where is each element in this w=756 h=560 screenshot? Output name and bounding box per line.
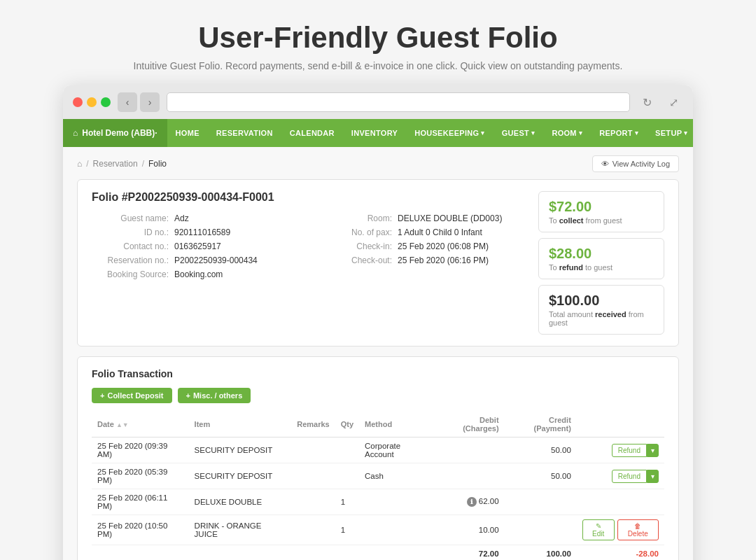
nav-room[interactable]: ROOM▾ (543, 119, 591, 147)
minimize-traffic-light[interactable] (87, 97, 97, 107)
nav-setup[interactable]: SETUP▾ (647, 119, 693, 147)
guest-name-value: Adz (174, 214, 189, 223)
row3-item: DELUXE DOUBLE (189, 489, 292, 515)
nav-reservation[interactable]: RESERVATION (208, 119, 281, 147)
row1-method: Corporate Account (359, 438, 436, 463)
row2-refund-button[interactable]: Refund (612, 470, 647, 483)
breadcrumb-reservation[interactable]: Reservation (93, 159, 138, 169)
booking-value: Booking.com (174, 270, 223, 279)
totals-row: 72.00 100.00 -28.00 (92, 545, 664, 561)
transaction-card: Folio Transaction + Collect Deposit + Mi… (77, 356, 679, 560)
home-icon: ⌂ (73, 128, 78, 138)
housekeeping-caret: ▾ (481, 130, 484, 136)
row2-item: SECURITY DEPOSIT (189, 463, 292, 489)
row3-debit: ℹ 62.00 (436, 489, 504, 515)
row1-refund-caret-button[interactable]: ▾ (647, 444, 659, 457)
forward-button[interactable]: › (140, 92, 160, 112)
pax-value: 1 Adult 0 Child 0 Infant (398, 227, 482, 237)
col-credit: Credit (Payment) (505, 412, 577, 438)
folio-info: Folio #P2002250939-000434-F0001 Guest na… (92, 191, 524, 335)
table-row: 25 Feb 2020 (10:50 PM) DRINK - ORANGE JU… (92, 515, 664, 545)
row1-qty (335, 438, 359, 463)
breadcrumb-sep1: / (86, 159, 88, 169)
checkin-value: 25 Feb 2020 (06:08 PM) (398, 241, 489, 251)
nav-calendar[interactable]: CALENDAR (281, 119, 343, 147)
close-traffic-light[interactable] (73, 97, 83, 107)
row1-credit: 50.00 (505, 438, 577, 463)
collect-deposit-button[interactable]: + Collect Deposit (92, 388, 172, 403)
fullscreen-traffic-light[interactable] (101, 97, 111, 107)
col-action (577, 412, 664, 438)
nav-report[interactable]: REPORT▾ (591, 119, 647, 147)
reservation-row: Reservation no.: P2002250939-000434 (92, 255, 301, 265)
row3-method (359, 489, 436, 515)
row1-refund-button[interactable]: Refund (612, 444, 647, 457)
guest-name-label: Guest name: (92, 214, 169, 223)
row4-delete-button[interactable]: 🗑 Delete (617, 519, 659, 540)
collect-deposit-label: Collect Deposit (107, 391, 163, 400)
browser-nav: ‹ › (118, 92, 160, 112)
refund-amount: $28.00 (549, 246, 654, 262)
nav-guest[interactable]: GUEST▾ (493, 119, 544, 147)
folio-number: Folio #P2002250939-000434-F0001 (92, 191, 524, 204)
contact-label: Contact no.: (92, 241, 169, 251)
row4-edit-button[interactable]: ✎ Edit (582, 519, 615, 540)
address-bar[interactable] (167, 92, 630, 112)
room-row: Room: DELUXE DOUBLE (DD003) (315, 214, 524, 223)
row2-credit: 50.00 (505, 463, 577, 489)
info-icon[interactable]: ℹ (467, 497, 477, 507)
guest-caret: ▾ (531, 130, 535, 136)
reservation-value: P2002250939-000434 (174, 255, 258, 265)
collect-plus-icon: + (100, 391, 104, 400)
pax-label: No. of pax: (315, 227, 392, 237)
collect-summary-box: $72.00 To collect from guest (538, 191, 664, 232)
row4-remarks (291, 515, 335, 545)
collect-label: To collect from guest (549, 216, 654, 225)
date-sort-icon: ▲▼ (116, 421, 129, 428)
row4-method (359, 515, 436, 545)
refresh-button[interactable]: ↻ (637, 92, 657, 112)
booking-row: Booking Source: Booking.com (92, 270, 301, 279)
app-navbar: ⌂ Hotel Demo (ABB)· HOME RESERVATION CAL… (63, 119, 693, 147)
checkout-row: Check-out: 25 Feb 2020 (06:16 PM) (315, 255, 524, 265)
report-caret: ▾ (635, 130, 638, 136)
id-label: ID no.: (92, 227, 169, 237)
col-date[interactable]: Date ▲▼ (92, 412, 189, 438)
folio-table: Date ▲▼ Item Remarks Qty Method Debit (C… (92, 412, 664, 560)
row1-action: Refund ▾ (577, 438, 664, 463)
row3-credit (505, 489, 577, 515)
nav-home[interactable]: HOME (167, 119, 208, 147)
received-label: Total amount received from guest (549, 310, 654, 327)
contact-row: Contact no.: 0163625917 (92, 241, 301, 251)
reservation-label: Reservation no.: (92, 255, 169, 265)
row1-item: SECURITY DEPOSIT (189, 438, 292, 463)
pax-row: No. of pax: 1 Adult 0 Child 0 Infant (315, 227, 524, 237)
browser-window: ‹ › ↻ ⤢ ⌂ Hotel Demo (ABB)· HOME RESERVA… (63, 85, 693, 560)
breadcrumb-home-icon[interactable]: ⌂ (77, 159, 82, 169)
room-caret: ▾ (579, 130, 582, 136)
expand-button[interactable]: ⤢ (664, 92, 683, 112)
row2-method: Cash (359, 463, 436, 489)
row1-remarks (291, 438, 335, 463)
misc-others-button[interactable]: + Misc. / others (178, 388, 251, 403)
table-row: 25 Feb 2020 (05:39 PM) SECURITY DEPOSIT … (92, 463, 664, 489)
view-activity-log-button[interactable]: 👁 View Activity Log (592, 155, 679, 172)
row2-date: 25 Feb 2020 (05:39 PM) (92, 463, 189, 489)
brand-item[interactable]: ⌂ Hotel Demo (ABB)· (63, 119, 167, 147)
row4-debit: 10.00 (436, 515, 504, 545)
row4-qty: 1 (335, 515, 359, 545)
row4-action: ✎ Edit 🗑 Delete (577, 515, 664, 545)
totals-credit: 100.00 (505, 545, 577, 561)
nav-inventory[interactable]: INVENTORY (343, 119, 406, 147)
col-item[interactable]: Item (189, 412, 292, 438)
refund-summary-box: $28.00 To refund to guest (538, 238, 664, 279)
nav-housekeeping[interactable]: HOUSEKEEPING▾ (406, 119, 493, 147)
nav-items: HOME RESERVATION CALENDAR INVENTORY HOUS… (167, 119, 693, 147)
info-grid: Guest name: Adz ID no.: 920111016589 Con… (92, 214, 524, 279)
back-button[interactable]: ‹ (118, 92, 137, 112)
checkout-label: Check-out: (315, 255, 392, 265)
breadcrumb-row: ⌂ / Reservation / Folio 👁 View Activity … (77, 155, 679, 172)
row2-refund-caret-button[interactable]: ▾ (647, 470, 659, 483)
activity-label: View Activity Log (612, 160, 670, 168)
traffic-lights (73, 97, 111, 107)
